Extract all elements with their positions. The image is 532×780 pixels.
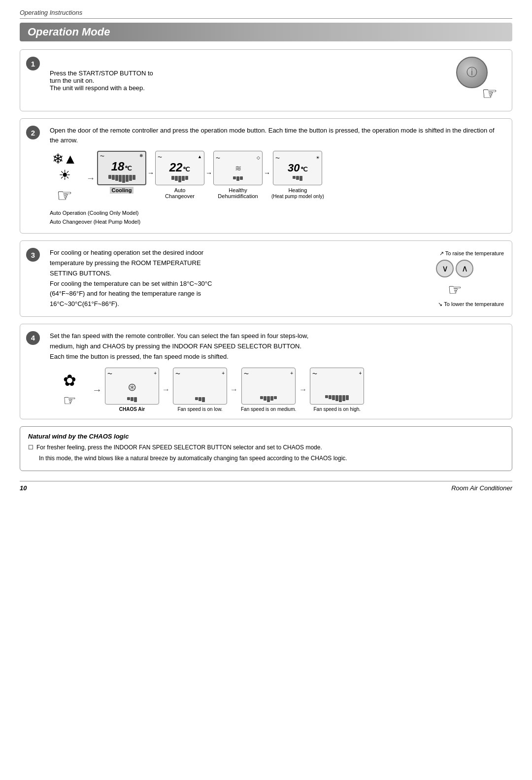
heating-label: Heating(Heat pump model only) — [271, 187, 324, 199]
heating-temp: 30 — [288, 162, 299, 174]
low-bars — [195, 397, 205, 402]
high-wifi-icon: 〜 — [312, 371, 317, 377]
hfbar6 — [342, 395, 345, 401]
hfbar3 — [332, 395, 335, 400]
chaos-label: CHAOS Air — [119, 407, 145, 412]
dehumid-screen-top-icons: 〜 ◇ — [214, 155, 262, 162]
step1-line1: Press the START/STOP BUTTON to — [50, 69, 440, 77]
step3-line1: For cooling or heating operation set the… — [50, 248, 405, 258]
cooling-temp: 18 — [111, 160, 125, 173]
step4-line3: Each time the button is pressed, the fan… — [50, 352, 504, 362]
lbar2 — [199, 397, 201, 401]
hfbar1 — [325, 395, 328, 398]
auto-temp-row: 22 ℃ — [169, 161, 191, 174]
hfbar7 — [346, 395, 349, 400]
step1-line2: turn the unit on. — [50, 77, 440, 84]
cooling-screen-top-icons: 〜 ❄ — [98, 153, 145, 160]
step1-number: 1 — [26, 57, 40, 70]
cooling-temp-row: 18 ℃ — [111, 160, 133, 173]
hbar3 — [299, 176, 302, 181]
step3-line6: 16°C~30°C(61°F~86°F). — [50, 299, 405, 309]
drop-icon: ◇ — [257, 155, 260, 162]
low-screen-top: 〜 + — [175, 371, 225, 377]
fan-speed-diagrams: ✿ ☞ → 〜 + ⊛ — [50, 368, 504, 412]
step1-inner: Press the START/STOP BUTTON to turn the … — [28, 57, 504, 104]
step1-box: 1 Press the START/STOP BUTTON to turn th… — [20, 49, 512, 111]
fan-screen-medium-wrap: 〜 + Fan speed is on medium. — [241, 368, 296, 412]
sun-icon: ☀ — [316, 155, 320, 162]
bar5 — [122, 175, 125, 183]
auto-screen-top-icons: 〜 ▲ — [156, 154, 204, 161]
page-footer: 10 Room Air Conditioner — [20, 481, 512, 492]
mode-screen-dehumid: 〜 ◇ ≋ HealthyDehumidification — [213, 151, 263, 199]
temp-arrows-diagram: ↗ To raise the temperature ∨ ∧ ☞ ↘ To lo… — [405, 250, 504, 307]
dbar3 — [240, 176, 243, 180]
wifi2-icon: 〜 — [158, 154, 162, 161]
fan-arrow2-icon: → — [230, 385, 238, 394]
mbar2 — [264, 396, 266, 401]
abar2 — [175, 176, 178, 181]
chaos-screen-top: 〜 + — [107, 371, 157, 377]
natural-wind-item1: ☐ For fresher feeling, press the INDOOR … — [28, 443, 504, 452]
natural-wind-indent — [28, 454, 36, 463]
mode-symbols-icon: ❄▲☀ — [50, 151, 79, 183]
hbar2 — [296, 176, 299, 180]
auto-op-text: Auto Operation (Cooling Only Model) Auto… — [50, 209, 504, 226]
fan-screen-chaos-wrap: 〜 + ⊛ CHAOS Air — [105, 368, 159, 412]
auto-label: AutoChangeover — [165, 187, 195, 199]
bar2 — [112, 175, 115, 180]
cooling-label: Cooling — [110, 187, 134, 193]
arrow1-icon: → — [147, 169, 154, 177]
auto-op-line1: Auto Operation (Cooling Only Model) — [50, 209, 504, 218]
medium-wifi-icon: 〜 — [244, 371, 249, 377]
medium-label: Fan speed is on medium. — [241, 407, 296, 412]
natural-wind-text2: In this mode, the wind blows like a natu… — [39, 454, 347, 463]
chaos-fan-icon: ⊛ — [128, 381, 136, 394]
step2-inner: Open the door of the remote controller a… — [28, 126, 504, 226]
mbar5 — [274, 396, 277, 399]
arrow2-icon: → — [205, 169, 212, 177]
dehumid-symbol-icon: ≋ — [235, 164, 241, 173]
dehumid-screen: 〜 ◇ ≋ — [213, 151, 263, 185]
step4-line2: medium, high and CHAOS by pressing the I… — [50, 341, 504, 352]
fan-screen-low: 〜 + — [173, 368, 227, 405]
mbar1 — [260, 396, 263, 399]
triangle-icon: ▲ — [198, 154, 202, 161]
dehumid-bars — [233, 176, 243, 181]
header-label: Operating Instructions — [20, 9, 82, 16]
abar3 — [178, 176, 181, 182]
hbar1 — [293, 176, 296, 179]
abar1 — [171, 176, 174, 180]
natural-wind-item2: In this mode, the wind blows like a natu… — [28, 454, 504, 463]
arrow3-icon: → — [264, 169, 270, 177]
lower-arrow-icon: ↘ — [438, 301, 442, 307]
abar4 — [182, 176, 185, 181]
page-header: Operating Instructions — [20, 9, 512, 16]
fan-main-arrow-icon: → — [92, 384, 102, 396]
cbar3 — [134, 397, 137, 402]
chaos-wifi-icon: 〜 — [107, 371, 112, 377]
raise-temp-label: ↗ To raise the temperature — [405, 250, 504, 257]
cooling-bars — [108, 175, 135, 183]
step4-box: 4 Set the fan speed with the remote cont… — [20, 324, 512, 419]
up-arrow-button[interactable]: ∧ — [456, 260, 473, 277]
high-bars — [325, 395, 349, 402]
chaos-plus-icon: + — [154, 371, 157, 377]
step3-inner: For cooling or heating operation set the… — [28, 248, 504, 309]
mode-arrow-icon: → — [86, 173, 95, 184]
step2-box: 2 Open the door of the remote controller… — [20, 118, 512, 234]
step1-text: Press the START/STOP BUTTON to turn the … — [50, 69, 440, 92]
bar7 — [129, 175, 132, 181]
footer-page-num: 10 — [20, 484, 27, 492]
lbar3 — [202, 397, 205, 402]
heating-temp-row: 30 ℃ — [288, 162, 307, 174]
medium-bars — [260, 396, 277, 402]
step4-text: Set the fan speed with the remote contro… — [50, 331, 504, 362]
fan-screen-low-wrap: 〜 + Fan speed is on low. — [173, 368, 227, 412]
down-arrow-button[interactable]: ∨ — [436, 260, 454, 277]
hfbar4 — [335, 395, 338, 401]
hand-press-icon: ☞ — [456, 83, 498, 104]
hfbar2 — [329, 395, 332, 399]
step3-line3: SETTING BUTTONS. — [50, 269, 405, 279]
step3-line2: temperature by pressing the ROOM TEMPERA… — [50, 258, 405, 269]
